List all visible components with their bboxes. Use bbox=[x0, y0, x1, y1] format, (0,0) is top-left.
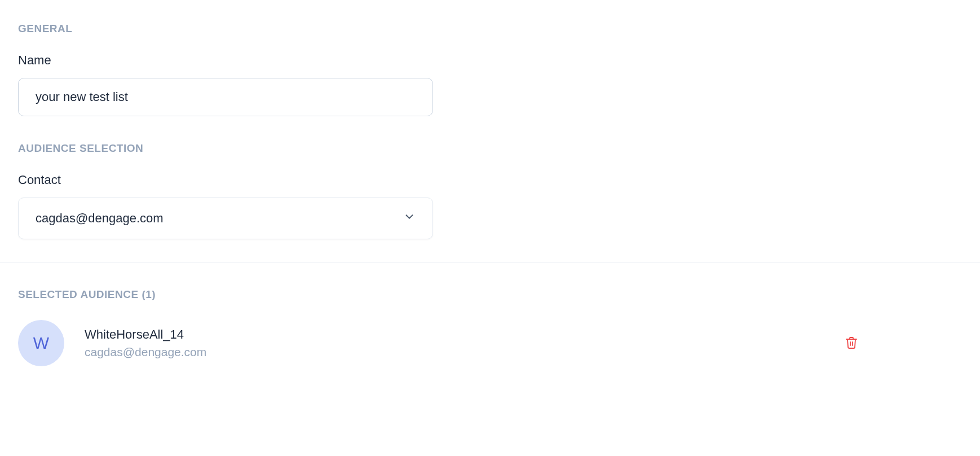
chevron-down-icon bbox=[403, 211, 416, 226]
selected-audience-header: SELECTED AUDIENCE (1) bbox=[18, 288, 962, 301]
name-field-label: Name bbox=[18, 53, 962, 68]
contact-field-label: Contact bbox=[18, 173, 962, 187]
audience-selection-header: AUDIENCE SELECTION bbox=[18, 142, 962, 155]
audience-item-name: WhiteHorseAll_14 bbox=[85, 327, 206, 342]
trash-icon bbox=[845, 336, 858, 351]
delete-audience-button[interactable] bbox=[842, 334, 860, 353]
general-section-header: GENERAL bbox=[18, 23, 962, 35]
avatar: W bbox=[18, 320, 64, 366]
contact-select-value: cagdas@dengage.com bbox=[36, 211, 164, 226]
audience-item-email: cagdas@dengage.com bbox=[85, 345, 206, 359]
contact-select[interactable]: cagdas@dengage.com bbox=[18, 198, 433, 239]
audience-item: W WhiteHorseAll_14 cagdas@dengage.com bbox=[18, 320, 962, 366]
name-input[interactable] bbox=[18, 78, 433, 116]
